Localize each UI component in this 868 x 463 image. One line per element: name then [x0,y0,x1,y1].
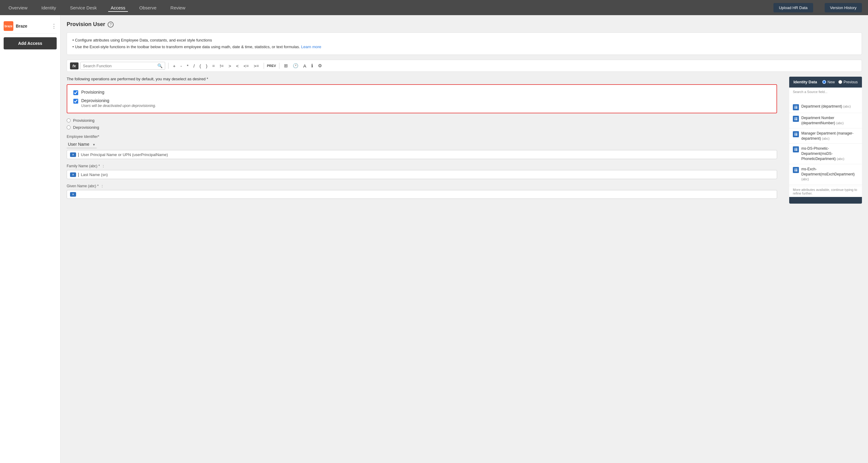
new-previous-radio-group: New Previous [822,80,858,84]
radio-deprovisioning[interactable] [67,125,71,129]
field-icon-1 [793,104,799,110]
previous-radio-label[interactable]: Previous [838,80,858,84]
identity-panel-footer: More attributes available, continue typi… [789,186,862,197]
sidebar: braze Braze ⋮ Add Access [0,15,61,463]
nav-service-desk[interactable]: Service Desk [68,4,99,12]
toolbar-multiply[interactable]: * [185,63,190,69]
info-line1: • Configure attributes using Employee Da… [72,37,856,43]
svg-rect-3 [794,117,797,120]
info-box: • Configure attributes using Employee Da… [67,32,862,55]
last-name-chip-row: ✕ | Last Name (sn) [67,170,777,179]
search-icon: 🔍 [157,63,162,68]
identity-search-field[interactable]: Search a Source field... department [789,88,862,100]
chip-x-icon[interactable]: ✕ [72,153,74,156]
svg-rect-0 [794,106,797,109]
toolbar-not-equals[interactable]: != [218,63,225,69]
toolbar-lte[interactable]: <= [242,63,251,69]
search-function-input[interactable] [83,64,155,68]
last-name-chip[interactable]: ✕ [70,173,76,177]
upn-chip-row: ✕ | User Principal Name or UPN (userPrin… [67,150,777,159]
radio-deprovisioning-label: Deprovisioning [73,125,99,130]
nav-overview[interactable]: Overview [6,4,30,12]
svg-rect-9 [794,148,797,151]
help-icon[interactable]: ? [107,22,114,28]
toolbar-text-icon[interactable]: A [302,63,308,69]
given-name-chip-row: ✕ [67,190,777,199]
chip-x-icon2[interactable]: ✕ [72,173,74,176]
nav-access[interactable]: Access [108,4,128,12]
upn-chip[interactable]: ✕ [70,152,76,157]
toolbar-open-paren[interactable]: ( [198,63,203,69]
company-name: Braze [16,24,27,29]
toolbar-plus[interactable]: + [172,63,177,69]
toolbar-gte[interactable]: >= [252,63,261,69]
deprovisioning-checkbox-row: Deprovisioning Users will be deactivated… [73,98,770,108]
toolbar-table-icon[interactable]: ⊞ [282,62,289,69]
toolbar-minus[interactable]: - [179,63,183,69]
pipe-separator: | [78,152,79,157]
provisioning-checkbox[interactable] [73,90,78,95]
provisioning-label: Provisioning [81,90,104,95]
provisioning-checkbox-row: Provisioning [73,90,770,95]
identity-data-panel: Identity Data New Previous Search a Sour [789,77,862,204]
list-item[interactable]: Department (department) (abc) [789,101,862,113]
last-name-chip-text: Last Name (sn) [81,173,774,177]
toolbar-clock-icon[interactable]: 🕐 [291,62,300,69]
svg-rect-12 [794,168,797,172]
employee-identifier-select[interactable]: User Name [67,141,97,148]
search-function-input-wrap[interactable]: 🔍 [80,62,165,70]
search-source-hint: Search a Source field... [793,90,858,94]
toolbar-prev-button[interactable]: PREV [267,64,276,68]
radio-deprovisioning-row: Deprovisioning [67,125,777,130]
toolbar-equals[interactable]: = [211,63,216,69]
new-radio-label[interactable]: New [822,80,835,84]
new-radio[interactable] [822,80,826,84]
given-name-chip[interactable]: ✕ [70,192,76,197]
family-name-section: Family Name (abc) * : ✕ | Last Name (sn) [67,164,777,179]
field-text-2: Department Number (departmentNumber) (ab… [801,116,858,126]
given-name-label: Given Name (abc) * : [67,184,777,188]
employee-identifier-select-wrap[interactable]: User Name ▼ [67,141,97,148]
learn-more-link[interactable]: Learn more [301,44,321,49]
deprovisioning-sublabel: Users will be deactivated upon deprovisi… [81,104,156,108]
version-history-button[interactable]: Version History [825,3,862,12]
add-access-button[interactable]: Add Access [4,37,57,50]
nav-identity[interactable]: Identity [39,4,59,12]
chip-x-icon3[interactable]: ✕ [72,193,74,196]
toolbar-divide[interactable]: / [192,63,196,69]
identity-data-title: Identity Data [794,80,817,84]
sidebar-menu-dots[interactable]: ⋮ [51,23,57,29]
field-text-4: ms-DS-Phonetic-Department(msDS-PhoneticD… [801,146,858,161]
svg-rect-6 [794,133,797,136]
list-item[interactable]: Manager Department (manager-department) … [789,128,862,144]
identity-data-list: Department (department) (abc) Department… [789,100,862,186]
employee-identifier-section: Employee Identifier* User Name ▼ ✕ | Use… [67,134,777,159]
radio-provisioning[interactable] [67,119,71,122]
toolbar-info-icon[interactable]: ℹ [310,62,315,69]
field-icon-3 [793,131,799,137]
field-text-1: Department (department) (abc) [801,104,858,109]
page-title: Provision User [67,21,105,28]
field-icon-4 [793,146,799,152]
identity-search-input[interactable]: department [793,94,858,98]
nav-review[interactable]: Review [168,4,188,12]
list-item[interactable]: ms-DS-Phonetic-Department(msDS-PhoneticD… [789,144,862,164]
previous-radio[interactable] [838,80,842,84]
info-line2: • Use the Excel-style functions in the t… [72,43,856,50]
employee-identifier-label: Employee Identifier* [67,134,777,139]
toolbar-close-paren[interactable]: ) [204,63,209,69]
radio-provisioning-row: Provisioning [67,118,777,123]
toolbar-gt[interactable]: > [227,63,233,69]
sidebar-logo: braze Braze ⋮ [4,19,57,34]
list-item[interactable]: ms-Exch-Department(msExchDepartment) (ab… [789,164,862,185]
nav-observe[interactable]: Observe [137,4,159,12]
deprovisioning-checkbox[interactable] [73,99,78,104]
logo-icon: braze [4,21,13,31]
list-item[interactable]: Department Number (departmentNumber) (ab… [789,113,862,128]
operations-box: Provisioning Deprovisioning Users will b… [67,84,777,113]
field-text-5: ms-Exch-Department(msExchDepartment) (ab… [801,167,858,182]
toolbar-settings-icon[interactable]: ⚙ [316,62,323,69]
operations-label: The following operations are performed b… [67,77,777,81]
upload-hr-data-button[interactable]: Upload HR Data [773,3,813,12]
toolbar-lt[interactable]: < [235,63,240,69]
